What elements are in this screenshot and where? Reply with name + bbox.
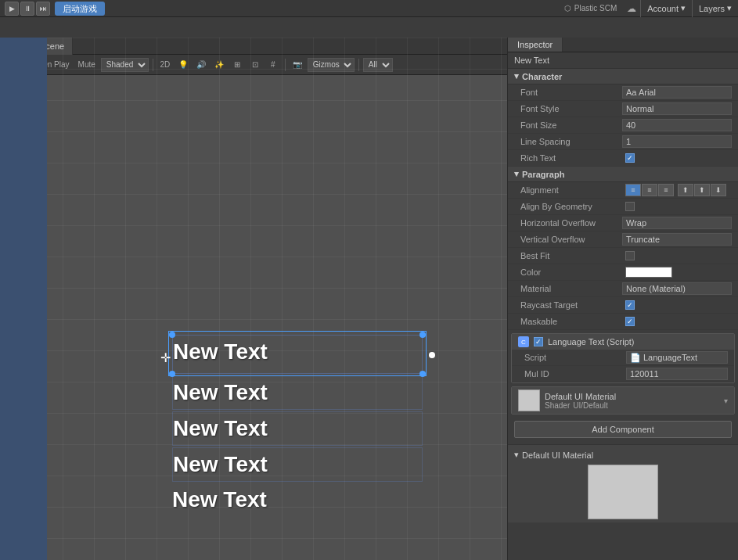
maskable-value[interactable]: ✓	[622, 315, 732, 328]
account-button[interactable]: Account ▾	[640, 0, 692, 17]
chevron-down-icon: ▾	[681, 3, 686, 13]
font-style-row: Font Style Normal	[508, 101, 738, 117]
add-component-button[interactable]: Add Component	[514, 421, 732, 438]
layers-button[interactable]: Layers ▾	[692, 0, 738, 17]
mul-id-value[interactable]: 120011	[626, 368, 728, 380]
font-size-value[interactable]: 40	[622, 119, 732, 131]
material-value[interactable]: None (Material)	[622, 282, 732, 295]
best-fit-value[interactable]	[622, 249, 732, 262]
language-text-component: C ✓ Language Text (Script) Script 📄 Lang…	[511, 333, 735, 383]
best-fit-checkbox[interactable]	[625, 251, 635, 260]
align-by-geometry-checkbox[interactable]	[625, 202, 635, 211]
material-preview	[518, 389, 540, 411]
shader-label: Shader	[545, 401, 570, 410]
scene-text-row-3: New Text	[172, 411, 423, 446]
font-size-label: Font Size	[520, 120, 622, 130]
material-large-swatch	[588, 465, 658, 519]
chevron-down-icon: ▾	[727, 3, 732, 13]
raycast-value[interactable]: ✓	[622, 299, 732, 311]
raycast-row: Raycast Target ✓	[508, 297, 738, 314]
mul-id-label: Mul ID	[524, 369, 626, 379]
font-style-label: Font Style	[520, 104, 622, 113]
align-by-geometry-value[interactable]	[622, 200, 732, 213]
font-label: Font	[520, 88, 622, 97]
mul-id-row: Mul ID 120011	[512, 366, 734, 382]
horiz-overflow-value[interactable]: Wrap	[622, 217, 732, 229]
align-right-btn[interactable]: ≡	[658, 184, 674, 196]
move-handle[interactable]: ✛	[160, 350, 171, 365]
handle-bl[interactable]	[169, 371, 175, 377]
paragraph-section-header[interactable]: ▾ Paragraph	[508, 167, 738, 182]
text-objects-container: ✛ New Text New Text New Text New Text Ne…	[172, 335, 423, 518]
color-value[interactable]	[622, 266, 732, 278]
scene-text-2: New Text	[173, 376, 422, 409]
color-swatch[interactable]	[625, 267, 672, 278]
alignment-value: ≡ ≡ ≡ ⬆ ⬆ ⬇	[622, 184, 732, 196]
collapse-indicator[interactable]: ▾	[724, 397, 728, 405]
align-center-btn[interactable]: ≡	[642, 184, 657, 196]
character-section-header[interactable]: ▾ Character	[508, 69, 738, 84]
handle-mid-right[interactable]	[429, 352, 435, 358]
pause-button[interactable]: ⏸	[20, 2, 34, 16]
default-material-header: Default UI Material Shader UI/Default ▾	[512, 387, 734, 414]
cloud-button[interactable]: ☁	[623, 0, 640, 17]
play-controls: ▶ ⏸ ⏭	[0, 2, 55, 16]
plastic-scm-indicator: ⬡ Plastic SCM	[558, 4, 623, 13]
scene-area: ⋮ ⬡ Scene Maximize On Play Mute Shaded 2…	[0, 38, 507, 560]
default-material-name: Default UI Material	[545, 392, 616, 401]
raycast-checkbox[interactable]: ✓	[625, 300, 635, 310]
language-text-header: C ✓ Language Text (Script)	[512, 334, 734, 350]
component-enable-checkbox[interactable]: ✓	[534, 337, 543, 346]
language-text-label: Language Text (Script)	[548, 337, 634, 346]
tab-inspector[interactable]: Inspector	[508, 38, 563, 52]
best-fit-label: Best Fit	[520, 251, 622, 260]
align-bottom-btn[interactable]: ⬇	[711, 184, 726, 196]
material-label: Material	[520, 284, 622, 293]
script-icon: 📄	[630, 353, 641, 363]
top-right-controls: ⬡ Plastic SCM ☁ Account ▾ Layers ▾	[558, 0, 738, 17]
rich-text-row: Rich Text ✓	[508, 150, 738, 167]
rich-text-value[interactable]: ✓	[622, 152, 732, 164]
chevron-down-icon: ▾	[514, 71, 519, 81]
font-style-value[interactable]: Normal	[622, 102, 732, 115]
material-preview-large	[514, 465, 732, 519]
chevron-down-icon: ▾	[514, 169, 519, 179]
shader-row: Shader UI/Default	[545, 401, 616, 410]
handle-tl[interactable]	[169, 332, 175, 338]
font-size-row: Font Size 40	[508, 117, 738, 134]
line-spacing-value[interactable]: 1	[622, 135, 732, 148]
maskable-label: Maskable	[520, 317, 622, 326]
launch-button[interactable]: 启动游戏	[55, 2, 105, 16]
align-top-btn[interactable]: ⬆	[678, 184, 693, 196]
play-button[interactable]: ▶	[5, 2, 19, 16]
font-value[interactable]: Aa Arial	[622, 86, 732, 99]
bottom-material-label: Default UI Material	[522, 451, 593, 460]
handle-tr[interactable]	[419, 332, 426, 338]
inspector-tabs: Inspector	[508, 38, 738, 52]
rich-text-checkbox[interactable]: ✓	[625, 153, 635, 163]
align-left-btn[interactable]: ≡	[625, 184, 641, 196]
maskable-row: Maskable ✓	[508, 314, 738, 330]
best-fit-row: Best Fit	[508, 248, 738, 264]
script-value[interactable]: 📄 LanguageText	[626, 351, 728, 364]
bottom-material-header: ▾ Default UI Material	[514, 448, 732, 461]
step-button[interactable]: ⏭	[36, 2, 50, 16]
color-row: Color	[508, 264, 738, 281]
object-name: New Text	[508, 52, 738, 69]
material-row: Material None (Material)	[508, 281, 738, 297]
bottom-material-section: ▾ Default UI Material	[508, 444, 738, 522]
alignment-label: Alignment	[520, 185, 622, 195]
scene-text-5: New Text	[172, 483, 423, 516]
vert-overflow-value[interactable]: Truncate	[622, 233, 732, 246]
scene-text-row-5: New Text	[172, 483, 423, 516]
handle-br[interactable]	[419, 371, 426, 377]
maskable-checkbox[interactable]: ✓	[625, 317, 635, 326]
plastic-label: Plastic SCM	[574, 4, 617, 13]
inspector-panel: Inspector New Text ▾ Character Font Aa A…	[507, 38, 738, 560]
layers-label: Layers	[699, 4, 725, 13]
font-row: Font Aa Arial	[508, 84, 738, 101]
script-row: Script 📄 LanguageText	[512, 350, 734, 366]
horiz-overflow-row: Horizontal Overflow Wrap	[508, 215, 738, 232]
align-middle-btn[interactable]: ⬆	[694, 184, 710, 196]
character-section-label: Character	[522, 72, 562, 81]
